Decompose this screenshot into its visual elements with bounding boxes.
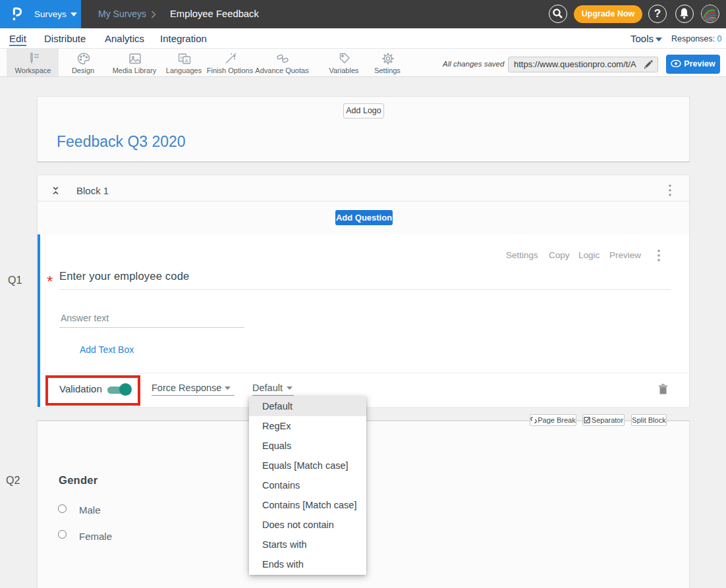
svg-text:A: A: [184, 58, 188, 64]
svg-text:x: x: [180, 55, 182, 60]
